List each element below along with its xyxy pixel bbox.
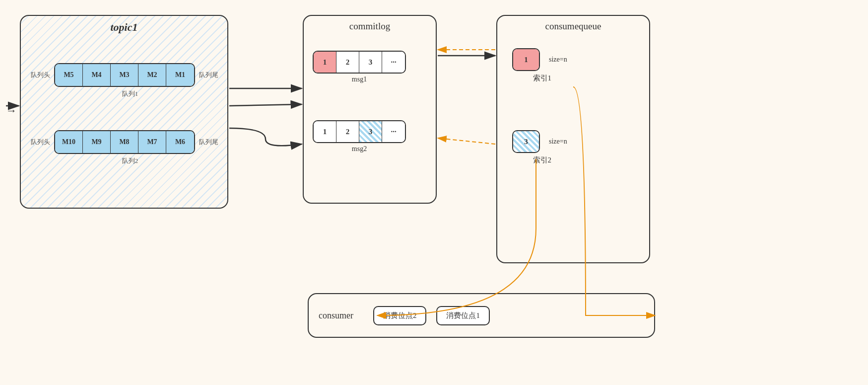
msg1-group: 1 2 3 ··· msg1 <box>313 51 406 83</box>
msg1-cell-2: 2 <box>336 52 359 73</box>
commitlog-box: commitlog 1 2 3 ··· msg1 1 2 3 ··· msg2 <box>303 15 437 204</box>
consumer-point2: 消费位点2 <box>373 306 427 325</box>
queue2-cell-m6: M6 <box>166 131 194 153</box>
index1-group: 1 size=n 索引1 <box>512 48 567 83</box>
queue2-cells: M10 M9 M8 M7 M6 <box>54 130 195 154</box>
queue1-cell-m1: M1 <box>166 64 194 86</box>
topic-title: topic1 <box>21 21 227 34</box>
diagram: topic1 队列头 M5 M4 M3 M2 M1 队列尾 队列1 队列头 M1… <box>0 0 868 385</box>
queue1-cell-m4: M4 <box>83 64 111 86</box>
index1-name: 索引1 <box>517 74 567 83</box>
queue1-label-left: 队列头 <box>31 71 50 79</box>
queue2-label-right: 队列尾 <box>199 138 218 147</box>
queue1-row: 队列头 M5 M4 M3 M2 M1 队列尾 <box>31 63 218 87</box>
queue1-cell-m5: M5 <box>55 64 83 86</box>
topic-box: topic1 队列头 M5 M4 M3 M2 M1 队列尾 队列1 队列头 M1… <box>20 15 228 209</box>
consumer-box: consumer 消费位点2 消费位点1 <box>308 293 655 338</box>
msg1-cell-3: 3 <box>359 52 382 73</box>
queue2-row: 队列头 M10 M9 M8 M7 M6 队列尾 <box>31 130 218 154</box>
msg2-cell-1: 1 <box>314 121 336 142</box>
index2-cells: 3 <box>512 130 540 153</box>
consumequeue-title: consumequeue <box>497 21 649 32</box>
index1-size: size=n <box>549 56 567 64</box>
index2-name: 索引2 <box>517 155 567 165</box>
msg1-label: msg1 <box>313 76 406 83</box>
msg1-cells: 1 2 3 ··· <box>313 51 406 74</box>
queue1-label-right: 队列尾 <box>199 71 218 79</box>
msg2-cell-dots: ··· <box>382 121 405 142</box>
queue1-cell-m3: M3 <box>111 64 138 86</box>
queue2-cell-m10: M10 <box>55 131 83 153</box>
queue2-name: 队列2 <box>61 156 200 165</box>
msg2-group: 1 2 3 ··· msg2 <box>313 120 406 153</box>
queue2-label-left: 队列头 <box>31 138 50 147</box>
topic-hatch <box>21 16 227 208</box>
queue1-cell-m2: M2 <box>138 64 166 86</box>
svg-line-8 <box>229 104 302 106</box>
index1-cell: 1 <box>513 49 539 70</box>
index2-cell: 3 <box>513 131 539 152</box>
msg1-cell-dots: ··· <box>382 52 405 73</box>
consumer-point1: 消费位点1 <box>436 306 490 325</box>
queue2-cell-m8: M8 <box>111 131 138 153</box>
msg2-cell-3: 3 <box>359 121 382 142</box>
input-arrow: → <box>6 104 17 117</box>
index2-size: size=n <box>549 138 567 146</box>
consumequeue-box: consumequeue 1 size=n 索引1 3 size=n 索引2 <box>496 15 650 263</box>
index1-cells: 1 <box>512 48 540 71</box>
index2-group: 3 size=n 索引2 <box>512 130 567 165</box>
msg2-cells: 1 2 3 ··· <box>313 120 406 143</box>
svg-line-7 <box>438 138 495 144</box>
queue2-cell-m9: M9 <box>83 131 111 153</box>
queue1-name: 队列1 <box>61 89 200 98</box>
msg1-cell-1: 1 <box>314 52 336 73</box>
consumer-label: consumer <box>319 310 353 321</box>
queue1-cells: M5 M4 M3 M2 M1 <box>54 63 195 87</box>
commitlog-title: commitlog <box>304 21 436 32</box>
msg2-cell-2: 2 <box>336 121 359 142</box>
queue2-cell-m7: M7 <box>138 131 166 153</box>
msg2-label: msg2 <box>313 145 406 153</box>
